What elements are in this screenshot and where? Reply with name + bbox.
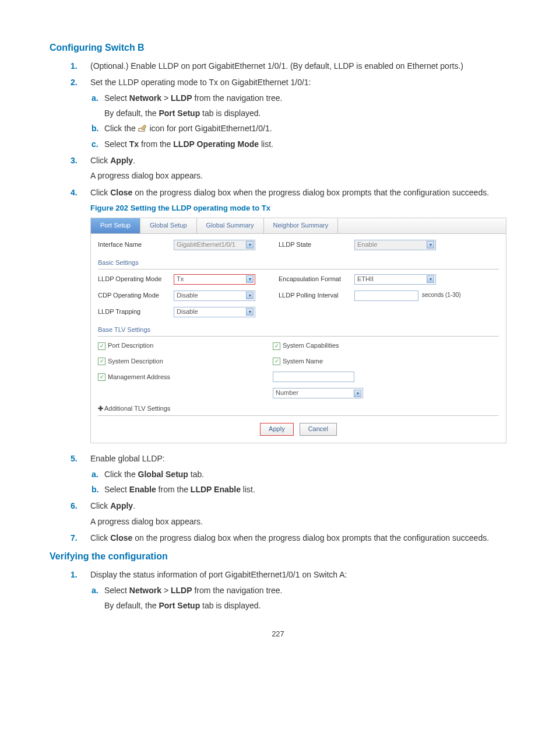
t: Click the	[104, 124, 138, 133]
step-6-note: A progress dialog box appears.	[90, 516, 506, 527]
lldp-state-select[interactable]: Enable▾	[354, 240, 436, 250]
page-number: 227	[50, 629, 506, 640]
step-2c: c. Select Tx from the LLDP Operating Mod…	[104, 138, 506, 150]
t: Apply	[110, 501, 133, 510]
chevron-down-icon: ▾	[427, 275, 434, 283]
t: Port Setup	[159, 108, 200, 118]
t: Enable	[129, 485, 156, 494]
t: Port Setup	[159, 601, 200, 610]
t: Display the status information of port G…	[90, 570, 347, 579]
step-2-text: Set the LLDP operating mode to Tx on Gig…	[90, 78, 311, 87]
step-2a: a. Select Network > LLDP from the naviga…	[104, 92, 506, 120]
edit-port-icon	[138, 124, 147, 132]
step-4: 4. Click Close on the progress dialog bo…	[90, 187, 506, 444]
encap-format-select[interactable]: ETHII▾	[354, 274, 436, 285]
t: from the	[156, 485, 191, 494]
poll-interval-unit: seconds (1-30)	[422, 291, 461, 300]
t: By default, the	[104, 108, 159, 118]
t: Select	[104, 93, 129, 103]
tab-port-setup[interactable]: Port Setup	[91, 218, 140, 233]
lldp-op-mode-label: LLDP Operating Mode	[98, 275, 174, 284]
t: >	[161, 586, 171, 595]
step-6: 6. Click Apply. A progress dialog box ap…	[90, 500, 506, 527]
t: By default, the	[104, 601, 159, 610]
t: tab is displayed.	[200, 601, 261, 610]
base-tlv-heading: Base TLV Settings	[98, 323, 499, 337]
poll-interval-input[interactable]	[354, 290, 418, 301]
lldp-trapping-label: LLDP Trapping	[98, 307, 174, 317]
t: on the progress dialog box when the prog…	[132, 188, 489, 197]
t: icon for port GigabitEthernet1/0/1.	[147, 124, 272, 133]
vstep-1: 1.Display the status information of port…	[90, 569, 506, 611]
t: Click	[90, 533, 110, 542]
lldp-state-label: LLDP State	[279, 240, 354, 250]
t: LLDP Operating Mode	[173, 139, 259, 149]
checkbox-checked-icon: ✓	[98, 342, 105, 350]
cdp-op-mode-label: CDP Operating Mode	[98, 291, 174, 300]
plus-icon: ✚	[98, 405, 103, 412]
step-7: 7. Click Close on the progress dialog bo…	[90, 532, 506, 544]
t: Select	[104, 586, 129, 595]
mgmt-addr-input[interactable]	[273, 372, 354, 382]
step-5b: b. Select Enable from the LLDP Enable li…	[104, 484, 506, 495]
t: Close	[110, 188, 132, 197]
t: .	[133, 156, 135, 165]
t: from the	[139, 139, 173, 149]
basic-settings-heading: Basic Settings	[98, 256, 499, 270]
t: tab is displayed.	[200, 108, 261, 118]
tab-global-summary[interactable]: Global Summary	[197, 218, 264, 233]
chevron-down-icon: ▾	[354, 390, 361, 397]
section-title-configuring: Configuring Switch B	[50, 41, 506, 54]
t: Apply	[110, 156, 133, 165]
tab-global-setup[interactable]: Global Setup	[140, 218, 197, 233]
step-5a: a. Click the Global Setup tab.	[104, 468, 506, 480]
encap-format-label: Encapsulation Format	[279, 275, 354, 284]
cancel-button[interactable]: Cancel	[300, 423, 337, 436]
t: .	[133, 501, 135, 510]
checkbox-checked-icon: ✓	[98, 373, 105, 381]
t: Click	[90, 501, 110, 510]
steps-list-b: 1.Display the status information of port…	[50, 569, 506, 611]
checkbox-checked-icon: ✓	[98, 358, 105, 365]
step-2b: b. Click the icon for port GigabitEthern…	[104, 123, 506, 134]
t: tab.	[188, 470, 204, 479]
cdp-op-mode-select[interactable]: Disable▾	[174, 290, 255, 301]
cb-system-description[interactable]: ✓System Description	[98, 357, 163, 366]
chevron-down-icon: ▾	[246, 308, 254, 316]
t: list.	[241, 485, 255, 494]
cb-system-capabilities[interactable]: ✓System Capabilities	[273, 341, 339, 351]
cb-system-name[interactable]: ✓System Name	[273, 357, 323, 366]
apply-button[interactable]: Apply	[260, 423, 294, 436]
lldp-trapping-select[interactable]: Disable▾	[174, 307, 255, 317]
t: >	[161, 93, 171, 103]
t: from the navigation tree.	[192, 93, 283, 103]
interface-name-label: Interface Name	[98, 240, 174, 250]
interface-name-select[interactable]: GigabitEthernet1/0/1▾	[174, 240, 255, 250]
section-title-verifying: Verifying the configuration	[50, 550, 506, 563]
cb-management-address[interactable]: ✓Management Address	[98, 373, 170, 382]
tab-neighbor-summary[interactable]: Neighbor Summary	[264, 218, 339, 233]
t: LLDP Enable	[191, 485, 241, 494]
t: on the progress dialog box when the prog…	[132, 533, 489, 542]
figure-screenshot: Port Setup Global Setup Global Summary N…	[90, 218, 506, 444]
t: Close	[110, 533, 132, 542]
t: Click the	[104, 470, 138, 479]
t: Enable global LLDP:	[90, 454, 165, 463]
step-1: 1.(Optional.) Enable LLDP on port Gigabi…	[90, 60, 506, 72]
chevron-down-icon: ▾	[427, 241, 434, 249]
t: LLDP	[171, 586, 192, 595]
lldp-op-mode-select[interactable]: Tx▾	[174, 274, 255, 285]
steps-list-a: 1.(Optional.) Enable LLDP on port Gigabi…	[50, 60, 506, 544]
t: Select	[104, 485, 129, 494]
additional-tlv-toggle[interactable]: ✚Additional TLV Settings	[98, 405, 170, 412]
checkbox-checked-icon: ✓	[273, 342, 280, 350]
t: Click	[90, 156, 110, 165]
mgmt-addr-type-select[interactable]: Number▾	[273, 388, 363, 398]
t: Network	[129, 586, 161, 595]
step-2: 2.Set the LLDP operating mode to Tx on G…	[90, 76, 506, 149]
poll-interval-label: LLDP Polling Interval	[279, 291, 354, 300]
chevron-down-icon: ▾	[246, 275, 254, 283]
step-3-note: A progress dialog box appears.	[90, 170, 506, 181]
chevron-down-icon: ▾	[246, 241, 254, 249]
cb-port-description[interactable]: ✓Port Description	[98, 341, 153, 351]
